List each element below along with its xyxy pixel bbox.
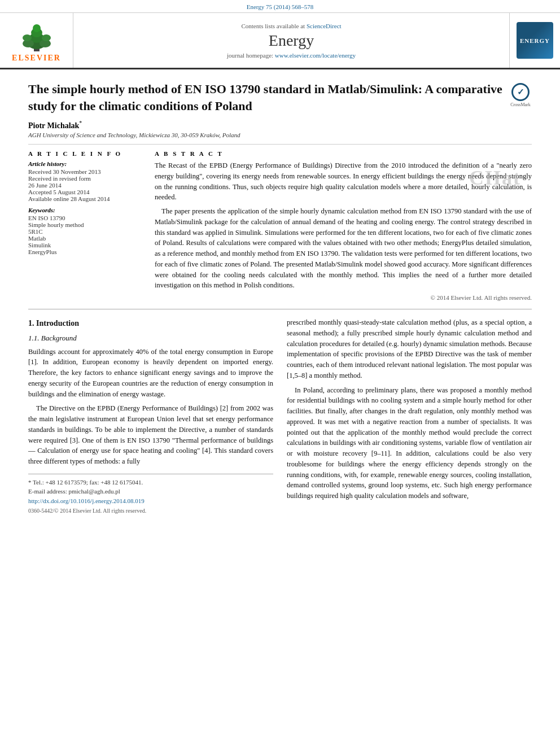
- affiliation: AGH University of Science and Technology…: [28, 132, 532, 138]
- body-right-col: prescribed monthly quasi-steady-state ca…: [287, 317, 532, 515]
- intro-para-1: Buildings account for approximately 40% …: [28, 347, 273, 400]
- intro-right-para-2: In Poland, according to preliminary plan…: [287, 385, 532, 501]
- contents-line: Contents lists available at ScienceDirec…: [241, 23, 341, 29]
- author-name: Piotr Michalak: [28, 121, 79, 130]
- abstract-text: The Recast of the EPBD (Energy Performan…: [155, 160, 532, 291]
- section-1-title: 1. Introduction: [28, 317, 273, 329]
- crossmark-label: CrossMark: [509, 102, 532, 107]
- crossmark-container: ✓ CrossMark: [509, 83, 532, 107]
- received-revised-label: Received in revised form: [28, 175, 141, 182]
- journal-center: Contents lists available at ScienceDirec…: [73, 13, 509, 68]
- energy-badge-container: ENERGY: [509, 13, 560, 68]
- accepted: Accepted 5 August 2014: [28, 189, 141, 195]
- journal-title: Energy: [269, 32, 314, 50]
- keyword-4: Matlab: [28, 235, 141, 242]
- homepage-line: journal homepage: www.elsevier.com/locat…: [227, 52, 356, 59]
- intro-right-para-1: prescribed monthly quasi-steady-state ca…: [287, 317, 532, 381]
- elsevier-tree-icon: [17, 19, 56, 53]
- abstract-heading: A B S T R A C T: [155, 150, 532, 157]
- history-title: Article history:: [28, 160, 141, 167]
- body-left-col: 1. Introduction 1.1. Background Building…: [28, 317, 273, 515]
- author-sup: *: [79, 120, 82, 126]
- crossmark-icon: ✓: [511, 83, 530, 101]
- footnote-tel: * Tel.: +48 12 6173579; fax: +48 12 6175…: [28, 478, 273, 487]
- revised-date: 26 June 2014: [28, 182, 141, 189]
- paper-title-row: The simple hourly method of EN ISO 13790…: [28, 81, 532, 114]
- body-divider: [28, 309, 532, 309]
- elsevier-logo: ELSEVIER: [12, 19, 61, 63]
- energy-badge: ENERGY: [517, 22, 553, 59]
- keywords-title: Keywords:: [28, 207, 141, 213]
- keyword-5: Simulink: [28, 242, 141, 248]
- divider-1: [28, 144, 532, 145]
- svg-point-7: [23, 34, 32, 41]
- copyright: © 2014 Elsevier Ltd. All rights reserved…: [155, 294, 532, 301]
- footnote-section: * Tel.: +48 12 6173579; fax: +48 12 6175…: [28, 474, 273, 516]
- keyword-1: EN ISO 13790: [28, 215, 141, 221]
- energy-badge-title: ENERGY: [520, 37, 550, 44]
- svg-point-8: [42, 34, 51, 41]
- abstract-para-1: The Recast of the EPBD (Energy Performan…: [155, 160, 532, 203]
- footnote-email: E-mail address: pmichal@agh.edu.pl: [28, 487, 273, 496]
- sciencedirect-link[interactable]: ScienceDirect: [307, 23, 342, 29]
- journal-header: ELSEVIER Contents lists available at Sci…: [0, 13, 560, 69]
- keyword-2: Simple hourly method: [28, 221, 141, 228]
- keyword-6: EnergyPlus: [28, 248, 141, 255]
- intro-para-2: The Directive on the EPBD (Energy Perfor…: [28, 403, 273, 467]
- svg-point-4: [33, 24, 41, 32]
- issn-line: 0360-5442/© 2014 Elsevier Ltd. All right…: [28, 506, 273, 515]
- body-two-col: 1. Introduction 1.1. Background Building…: [28, 317, 532, 515]
- homepage-link[interactable]: www.elsevier.com/locate/energy: [275, 52, 356, 59]
- elsevier-wordmark: ELSEVIER: [12, 54, 61, 63]
- doi-link[interactable]: http://dx.doi.org/10.1016/j.energy.2014.…: [28, 497, 145, 504]
- abstract-col: A B S T R A C T The Recast of the EPBD (…: [155, 150, 532, 301]
- abstract-para-2: The paper presents the application of th…: [155, 206, 532, 291]
- article-info-col: A R T I C L E I N F O Article history: R…: [28, 150, 141, 301]
- article-info-abstract: A R T I C L E I N F O Article history: R…: [28, 150, 532, 301]
- paper-container: The simple hourly method of EN ISO 13790…: [0, 69, 560, 521]
- keyword-3: 5R1C: [28, 228, 141, 235]
- footnote-doi: http://dx.doi.org/10.1016/j.energy.2014.…: [28, 496, 273, 506]
- citation-text: Energy 75 (2014) 568–578: [247, 3, 314, 10]
- author-line: Piotr Michalak*: [28, 120, 532, 130]
- available-online: Available online 28 August 2014: [28, 195, 141, 202]
- received: Received 30 November 2013: [28, 168, 141, 175]
- elsevier-logo-container: ELSEVIER: [0, 13, 73, 68]
- article-info-heading: A R T I C L E I N F O: [28, 150, 141, 157]
- subsection-1-1-title: 1.1. Background: [28, 333, 273, 344]
- citation-bar: Energy 75 (2014) 568–578: [0, 0, 560, 13]
- paper-title: The simple hourly method of EN ISO 13790…: [28, 81, 504, 114]
